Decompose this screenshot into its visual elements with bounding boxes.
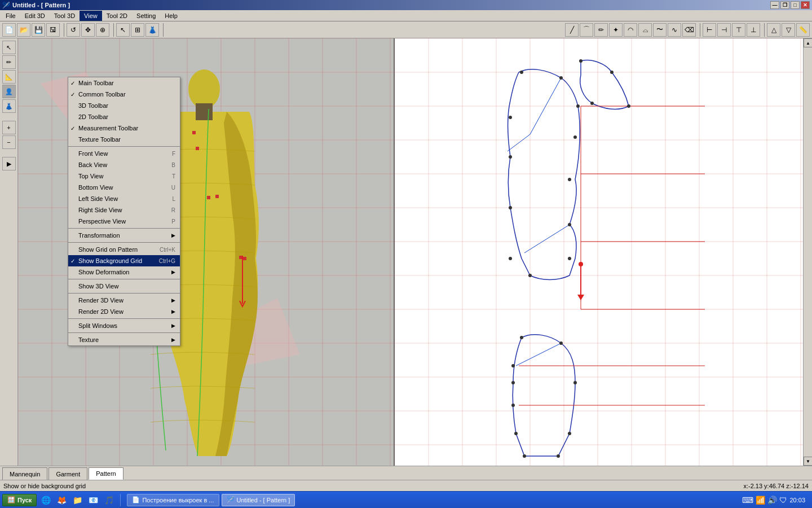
right-scrollbar[interactable]: ▲ ▼ — [803, 38, 812, 466]
save-as-button[interactable]: 🖫 — [46, 23, 60, 37]
pan-button[interactable]: ✥ — [81, 23, 95, 37]
quicklaunch-media[interactable]: 🎵 — [102, 493, 116, 507]
align-left[interactable]: ⊢ — [703, 23, 716, 37]
menu-2d-toolbar[interactable]: ✓ 2D Toolbar — [68, 111, 180, 122]
sidebar-mannequin[interactable]: 👤 — [2, 85, 16, 98]
ruler[interactable]: 📏 — [796, 23, 810, 37]
menu-item-label: Transformation — [78, 232, 120, 239]
tab-pattern[interactable]: Pattern — [89, 467, 123, 480]
titlebar-title: 🪡 Untitled - [ Pattern ] — [2, 2, 70, 9]
menu-render-2d-view[interactable]: ✓ Render 2D View ▶ — [68, 306, 180, 317]
tray-clock: 20:03 — [789, 497, 805, 503]
shortcut-label: Ctrl+G — [159, 258, 175, 264]
open-button[interactable]: 📂 — [17, 23, 30, 37]
spline2-tool[interactable]: ∿ — [668, 23, 681, 37]
sidebar-zoom-in[interactable]: + — [2, 121, 16, 134]
star-tool[interactable]: ✦ — [609, 23, 623, 37]
taskbar-untitled[interactable]: 🪡 Untitled - [ Pattern ] — [222, 494, 295, 506]
menu-perspective-view[interactable]: ✓ Perspective View P — [68, 216, 180, 227]
menu-item-label: Show 3D View — [78, 283, 118, 290]
menu-texture-toolbar[interactable]: ✓ Texture Toolbar — [68, 134, 180, 145]
move-button[interactable]: ⊞ — [131, 23, 144, 37]
menu-render-3d-view[interactable]: ✓ Render 3D View ▶ — [68, 295, 180, 306]
menu-show-background-grid[interactable]: ✓ Show Background Grid Ctrl+G — [68, 255, 180, 266]
menu-transformation[interactable]: ✓ Transformation ▶ — [68, 230, 180, 241]
distribute[interactable]: ⊥ — [747, 23, 760, 37]
sidebar-play[interactable]: ▶ — [2, 157, 16, 170]
sidebar-zoom-out[interactable]: − — [2, 135, 16, 149]
menu-show-deformation[interactable]: ✓ Show Deformation ▶ — [68, 266, 180, 278]
menu-3d-toolbar[interactable]: ✓ 3D Toolbar — [68, 100, 180, 111]
menu-show-grid-on-pattern[interactable]: ✓ Show Grid on Pattern Ctrl+K — [68, 244, 180, 255]
sidebar-garment[interactable]: 👗 — [2, 99, 16, 113]
menu-bottom-view[interactable]: ✓ Bottom View U — [68, 182, 180, 193]
menu-tool2d[interactable]: Tool 2D — [102, 11, 132, 21]
menu-measurement-toolbar[interactable]: ✓ Measurement Toolbar — [68, 122, 180, 134]
menu-main-toolbar[interactable]: ✓ Main Toolbar — [68, 77, 180, 89]
shortcut-label: F — [172, 151, 175, 157]
save-button[interactable]: 💾 — [32, 23, 45, 37]
curve-tool[interactable]: ⌒ — [580, 23, 593, 37]
sep1 — [62, 23, 64, 37]
arrow-up[interactable]: △ — [767, 23, 780, 37]
close-button[interactable]: ✕ — [801, 1, 810, 9]
menu-item-label: Render 3D View — [78, 297, 123, 304]
menu-split-windows[interactable]: ✓ Split Windows ▶ — [68, 320, 180, 331]
menu-top-view[interactable]: ✓ Top View T — [68, 170, 180, 182]
menu-front-view[interactable]: ✓ Front View F — [68, 148, 180, 159]
start-label: Пуск — [17, 497, 32, 503]
menu-left-side-view[interactable]: ✓ Left Side View L — [68, 193, 180, 204]
menu-texture[interactable]: ✓ Texture ▶ — [68, 334, 180, 345]
taskbar-pattern-app[interactable]: 📄 Построение выкроек в ... — [127, 494, 219, 506]
menu-view[interactable]: View — [80, 11, 102, 21]
sidebar-select[interactable]: ↖ — [2, 41, 16, 54]
arc-tool[interactable]: ◠ — [624, 23, 637, 37]
align-right[interactable]: ⊤ — [732, 23, 745, 37]
menubar: File Edit 3D Tool 3D View Tool 2D Settin… — [0, 10, 812, 21]
sep5 — [762, 23, 765, 37]
garment-button[interactable]: 👗 — [145, 23, 159, 37]
menu-edit3d[interactable]: Edit 3D — [20, 11, 50, 21]
menu-show-3d-view[interactable]: ✓ Show 3D View — [68, 281, 180, 292]
menu-file[interactable]: File — [1, 11, 20, 21]
spline-tool[interactable]: 〜 — [653, 23, 667, 37]
titlebar-controls: — ❐ □ ✕ — [770, 1, 810, 9]
segment-tool[interactable]: ⌓ — [638, 23, 652, 37]
submenu-arrow: ▶ — [171, 297, 175, 303]
submenu-arrow: ▶ — [171, 323, 175, 329]
quicklaunch-ie[interactable]: 🌐 — [39, 493, 52, 507]
check-icon: ✓ — [70, 125, 78, 132]
scroll-down-button[interactable]: ▼ — [804, 457, 812, 466]
menu-tool3d[interactable]: Tool 3D — [50, 11, 80, 21]
start-button[interactable]: 🪟 Пуск — [2, 494, 37, 506]
menu-help[interactable]: Help — [160, 11, 182, 21]
new-button[interactable]: 📄 — [2, 23, 16, 37]
menu-right-side-view[interactable]: ✓ Right Side View R — [68, 204, 180, 216]
menu-back-view[interactable]: ✓ Back View B — [68, 159, 180, 170]
sidebar-measure[interactable]: 📐 — [2, 70, 16, 84]
arrow-down[interactable]: ▽ — [782, 23, 795, 37]
line-tool[interactable]: ╱ — [565, 23, 579, 37]
pen-tool[interactable]: ✏ — [594, 23, 608, 37]
select-button[interactable]: ↖ — [116, 23, 130, 37]
quicklaunch-mail[interactable]: 📧 — [86, 493, 100, 507]
maximize-button[interactable]: □ — [791, 1, 800, 9]
sidebar-draw[interactable]: ✏ — [2, 55, 16, 69]
scroll-up-button[interactable]: ▲ — [804, 38, 812, 47]
minimize-button[interactable]: — — [770, 1, 779, 9]
rotate-button[interactable]: ↺ — [67, 23, 80, 37]
quicklaunch-browser[interactable]: 🦊 — [55, 493, 68, 507]
scroll-track[interactable] — [804, 47, 812, 457]
zoom-button[interactable]: ⊕ — [96, 23, 109, 37]
restore-button[interactable]: ❐ — [780, 1, 789, 9]
taskbar: 🪟 Пуск 🌐 🦊 📁 📧 🎵 📄 Построение выкроек в … — [0, 491, 812, 508]
submenu-arrow: ▶ — [171, 233, 175, 238]
tray-keyboard: ⌨ — [742, 496, 753, 505]
menu-common-toolbar[interactable]: ✓ Common Toolbar — [68, 89, 180, 100]
align-center[interactable]: ⊣ — [717, 23, 731, 37]
tab-garment[interactable]: Garment — [48, 467, 87, 480]
menu-setting[interactable]: Setting — [132, 11, 160, 21]
eraser-tool[interactable]: ⌫ — [682, 23, 696, 37]
tab-mannequin[interactable]: Mannequin — [2, 467, 47, 480]
quicklaunch-folder[interactable]: 📁 — [70, 493, 84, 507]
